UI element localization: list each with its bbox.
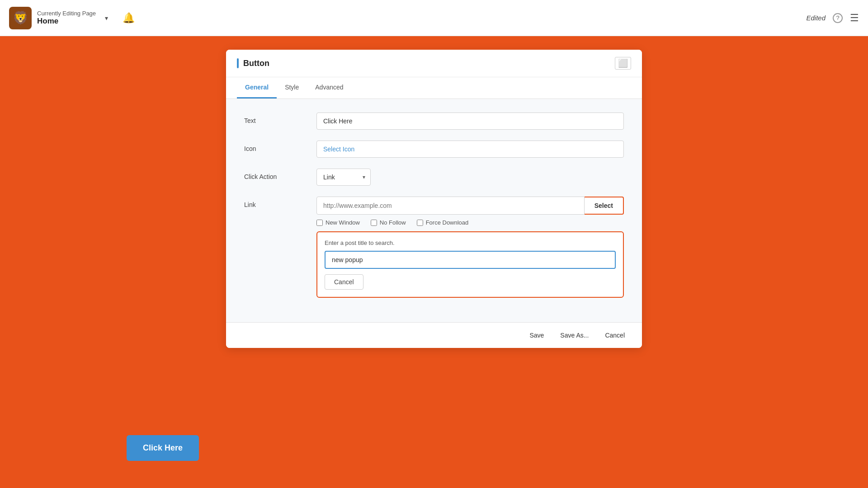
link-input-wrap: Select xyxy=(316,197,624,215)
force-download-checkbox-item: Force Download xyxy=(417,219,469,226)
text-label: Text xyxy=(244,113,316,124)
icon-field-control: Select Icon xyxy=(316,141,624,158)
link-input[interactable] xyxy=(316,197,585,215)
panel-footer: Save Save As... Cancel xyxy=(226,322,642,348)
new-window-checkbox[interactable] xyxy=(316,220,323,226)
search-cancel-button[interactable]: Cancel xyxy=(325,274,363,290)
text-input[interactable] xyxy=(316,113,624,130)
link-label: Link xyxy=(244,197,316,208)
editing-label: Currently Editing Page xyxy=(37,10,96,17)
search-popup-input[interactable] xyxy=(325,251,616,269)
click-action-select-wrap: Link ▾ xyxy=(316,169,371,186)
text-field-row: Text xyxy=(244,113,624,130)
tab-general[interactable]: General xyxy=(237,77,277,99)
no-follow-checkbox-item: No Follow xyxy=(371,219,406,226)
new-window-label: New Window xyxy=(326,219,360,226)
tab-advanced[interactable]: Advanced xyxy=(307,77,351,99)
no-follow-checkbox[interactable] xyxy=(371,220,377,226)
link-field-control: Select New Window No Follow xyxy=(316,197,624,298)
icon-label: Icon xyxy=(244,141,316,152)
click-action-field-row: Click Action Link ▾ xyxy=(244,169,624,186)
panel-body: Text Icon Select Icon Click Action xyxy=(226,99,642,322)
cancel-button[interactable]: Cancel xyxy=(601,330,628,341)
page-dropdown-arrow[interactable]: ▾ xyxy=(105,14,108,22)
click-action-control: Link ▾ xyxy=(316,169,624,186)
panel-title-wrap: Button xyxy=(237,58,269,68)
panel-accent-bar xyxy=(237,58,239,68)
topbar-left: 🦁 Currently Editing Page Home ▾ 🔔 xyxy=(9,7,806,29)
help-icon[interactable]: ? xyxy=(833,13,843,23)
search-popup-label: Enter a post title to search. xyxy=(325,239,616,246)
panel-tabs: General Style Advanced xyxy=(226,77,642,99)
no-follow-label: No Follow xyxy=(380,219,406,226)
force-download-checkbox[interactable] xyxy=(417,220,423,226)
editing-page-name: Home xyxy=(37,17,96,26)
save-button[interactable]: Save xyxy=(526,330,547,341)
logo-avatar: 🦁 xyxy=(9,7,32,29)
main-content: Button ⬜ General Style Advanced Text xyxy=(0,36,868,488)
topbar-right: Edited ? ☰ xyxy=(806,12,859,24)
bell-icon[interactable]: 🔔 xyxy=(123,12,135,24)
menu-lines-icon[interactable]: ☰ xyxy=(850,12,859,24)
tab-style[interactable]: Style xyxy=(277,77,307,99)
editing-info: Currently Editing Page Home xyxy=(37,10,96,26)
click-action-label: Click Action xyxy=(244,169,316,180)
checkboxes-row: New Window No Follow Force Download xyxy=(316,219,624,226)
click-action-select[interactable]: Link xyxy=(316,169,371,186)
force-download-label: Force Download xyxy=(426,219,469,226)
select-button[interactable]: Select xyxy=(585,197,624,215)
icon-select-input[interactable]: Select Icon xyxy=(316,141,624,158)
preview-area: Click Here xyxy=(127,435,199,461)
text-field-control xyxy=(316,113,624,130)
panel-header: Button ⬜ xyxy=(226,50,642,77)
panel-title: Button xyxy=(243,59,269,68)
link-field-row: Link Select New Window N xyxy=(244,197,624,298)
edited-status: Edited xyxy=(806,14,826,22)
panel-collapse-icon[interactable]: ⬜ xyxy=(615,57,631,70)
topbar: 🦁 Currently Editing Page Home ▾ 🔔 Edited… xyxy=(0,0,868,36)
save-as-button[interactable]: Save As... xyxy=(557,330,592,341)
button-panel: Button ⬜ General Style Advanced Text xyxy=(226,50,642,348)
preview-click-here-button[interactable]: Click Here xyxy=(127,435,199,461)
icon-field-row: Icon Select Icon xyxy=(244,141,624,158)
search-popup: Enter a post title to search. Cancel xyxy=(316,231,624,298)
new-window-checkbox-item: New Window xyxy=(316,219,360,226)
